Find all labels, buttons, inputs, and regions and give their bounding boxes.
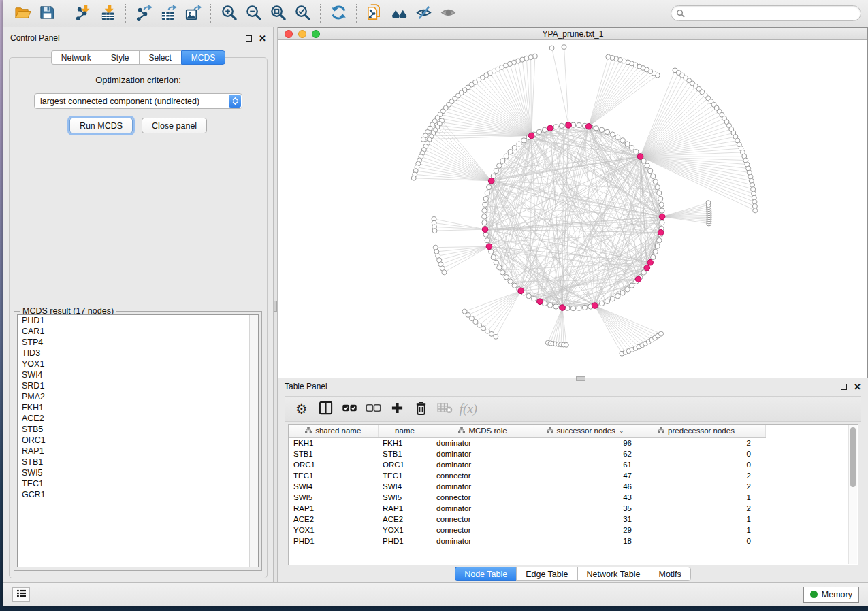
cell-shared-name[interactable]: FKH1 [289, 437, 378, 448]
cell-successor-nodes[interactable]: 61 [534, 459, 637, 470]
cell-successor-nodes[interactable]: 47 [534, 470, 637, 481]
cell-shared-name[interactable]: YOX1 [289, 525, 378, 535]
network-node[interactable] [615, 135, 620, 139]
mcds-result-item[interactable]: ACE2 [18, 413, 258, 424]
export-table-button[interactable] [158, 3, 178, 24]
network-node[interactable] [482, 214, 487, 219]
scrollbar-thumb[interactable] [850, 427, 856, 487]
mcds-result-item[interactable]: SWI5 [18, 467, 258, 478]
mcds-result-item[interactable]: GCR1 [18, 489, 258, 500]
tab-network[interactable]: Network [51, 50, 101, 65]
sort-descending-icon[interactable]: ⌄ [619, 427, 624, 434]
close-panel-icon[interactable]: ✕ [854, 384, 861, 390]
table-row[interactable]: ACE2ACE2connector311 [289, 514, 765, 525]
network-node[interactable] [655, 184, 660, 189]
criterion-dropdown[interactable]: largest connected component (undirected) [34, 93, 242, 109]
network-node[interactable] [542, 127, 547, 132]
network-node[interactable] [504, 154, 509, 159]
mcds-hub-node[interactable] [537, 299, 543, 305]
network-node[interactable] [497, 163, 502, 168]
close-panel-icon[interactable]: ✕ [259, 35, 266, 42]
network-node[interactable] [485, 191, 489, 195]
table-vertical-scrollbar[interactable] [848, 425, 857, 564]
horizontal-splitter-grip[interactable] [576, 376, 585, 381]
network-node[interactable] [553, 125, 558, 129]
mcds-result-item[interactable]: PHD1 [18, 315, 258, 326]
table-row[interactable]: RAP1RAP1dominator352 [289, 503, 765, 514]
cell-predecessor-nodes[interactable]: 0 [637, 448, 756, 459]
cell-shared-name[interactable]: ORC1 [289, 459, 378, 470]
show-columns-button[interactable] [316, 399, 335, 418]
network-node[interactable] [577, 306, 581, 310]
mcds-hub-node[interactable] [547, 125, 553, 131]
mcds-result-list[interactable]: PHD1CAR1STP4TID3YOX1SWI4SRD1PMA2FKH1ACE2… [17, 314, 259, 567]
column-header-shared-name[interactable]: shared name [289, 425, 378, 437]
cell-name[interactable]: ORC1 [378, 459, 432, 470]
column-header-predecessor-nodes[interactable]: predecessor nodes [637, 425, 756, 437]
network-node[interactable] [625, 287, 630, 292]
network-graph[interactable] [278, 40, 867, 377]
mcds-result-item[interactable]: STB5 [18, 424, 258, 435]
network-leaf-node[interactable] [753, 208, 758, 213]
cell-MCDS-role[interactable]: connector [432, 492, 534, 503]
function-builder-button[interactable]: f(x) [459, 399, 478, 418]
cell-name[interactable]: STB1 [378, 448, 432, 459]
cell-shared-name[interactable]: TEC1 [289, 470, 378, 481]
network-node[interactable] [605, 129, 609, 134]
cell-shared-name[interactable]: STB1 [289, 448, 378, 459]
network-leaf-node[interactable] [411, 176, 416, 180]
tab-motifs[interactable]: Motifs [649, 567, 690, 581]
cell-successor-nodes[interactable]: 18 [534, 535, 637, 546]
mcds-result-item[interactable]: TID3 [18, 348, 258, 359]
cell-successor-nodes[interactable]: 62 [534, 448, 637, 459]
mcds-hub-node[interactable] [528, 133, 534, 139]
table-row[interactable]: ORC1ORC1dominator610 [289, 459, 765, 470]
network-node[interactable] [645, 163, 649, 168]
mcds-list-scrollbar[interactable] [249, 315, 258, 567]
cell-shared-name[interactable]: RAP1 [289, 503, 378, 514]
table-row[interactable]: FKH1FKH1dominator962 [289, 437, 765, 448]
network-node[interactable] [620, 138, 625, 143]
network-node[interactable] [577, 122, 581, 127]
network-node[interactable] [582, 305, 587, 310]
run-mcds-button[interactable]: Run MCDS [69, 118, 133, 133]
mcds-result-item[interactable]: TEC1 [18, 478, 258, 489]
network-leaf-node[interactable] [442, 270, 447, 275]
network-node[interactable] [517, 142, 521, 146]
deselect-all-columns-button[interactable] [364, 399, 383, 418]
network-node[interactable] [489, 249, 494, 254]
table-row[interactable]: STB1STB1dominator620 [289, 448, 765, 459]
mcds-hub-node[interactable] [635, 276, 641, 282]
network-node[interactable] [620, 291, 625, 295]
mcds-result-item[interactable]: STB1 [18, 457, 258, 467]
network-node[interactable] [482, 208, 487, 213]
network-node[interactable] [497, 265, 502, 270]
network-node[interactable] [605, 299, 609, 303]
network-node[interactable] [536, 129, 541, 134]
zoom-out-button[interactable] [243, 3, 263, 24]
cell-successor-nodes[interactable]: 35 [534, 503, 637, 514]
network-node[interactable] [634, 149, 639, 154]
apply-layout-button[interactable] [328, 3, 349, 24]
open-file-button[interactable] [12, 3, 33, 24]
export-image-button[interactable] [182, 3, 203, 24]
mcds-hub-node[interactable] [560, 305, 566, 311]
search-input[interactable] [688, 9, 856, 18]
network-node[interactable] [482, 220, 487, 225]
cell-predecessor-nodes[interactable]: 2 [637, 481, 756, 492]
network-leaf-node[interactable] [564, 342, 568, 347]
import-network-button[interactable] [73, 3, 93, 24]
delete-table-button[interactable] [435, 399, 454, 418]
mcds-result-item[interactable]: YOX1 [18, 359, 258, 369]
cell-name[interactable]: ACE2 [378, 514, 432, 525]
cell-successor-nodes[interactable]: 96 [534, 437, 637, 448]
tab-select[interactable]: Select [139, 50, 181, 65]
network-leaf-node[interactable] [485, 329, 489, 333]
cell-MCDS-role[interactable]: dominator [432, 481, 534, 492]
network-node[interactable] [599, 301, 604, 306]
network-node[interactable] [655, 244, 660, 248]
network-node[interactable] [660, 208, 664, 213]
cell-MCDS-role[interactable]: connector [432, 514, 534, 525]
cell-name[interactable]: FKH1 [378, 437, 432, 448]
table-row[interactable]: TEC1TEC1connector472 [289, 470, 765, 481]
